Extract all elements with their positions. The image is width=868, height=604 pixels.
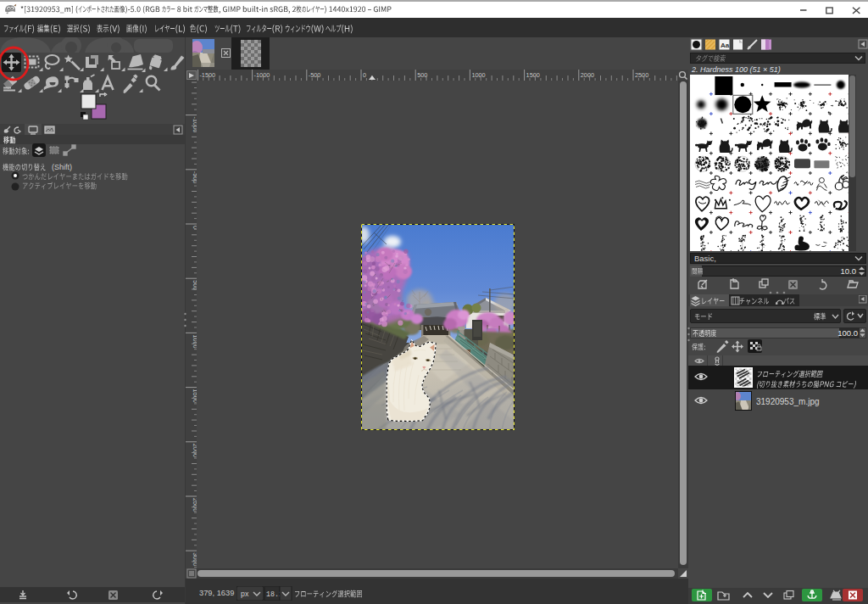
svg-text:-500: -500 <box>309 71 321 79</box>
svg-text:3000: 3000 <box>192 552 198 566</box>
svg-text:-1500: -1500 <box>199 71 215 79</box>
svg-text:2500: 2500 <box>635 71 648 79</box>
svg-text:-500: -500 <box>192 171 198 184</box>
svg-text:Aa: Aa <box>721 42 730 49</box>
svg-text:2000: 2000 <box>192 444 198 457</box>
svg-text:1000: 1000 <box>471 71 485 79</box>
svg-text:0: 0 <box>363 71 366 79</box>
svg-text:1500: 1500 <box>192 389 198 403</box>
svg-text:0: 0 <box>192 226 198 229</box>
svg-text:px: px <box>241 590 249 598</box>
svg-text:2000: 2000 <box>581 71 594 79</box>
svg-text:1500: 1500 <box>526 71 540 79</box>
svg-text:-1000: -1000 <box>192 117 198 133</box>
svg-text:1000: 1000 <box>192 334 198 348</box>
svg-text:-1000: -1000 <box>254 71 270 79</box>
svg-text:2500: 2500 <box>192 498 198 512</box>
